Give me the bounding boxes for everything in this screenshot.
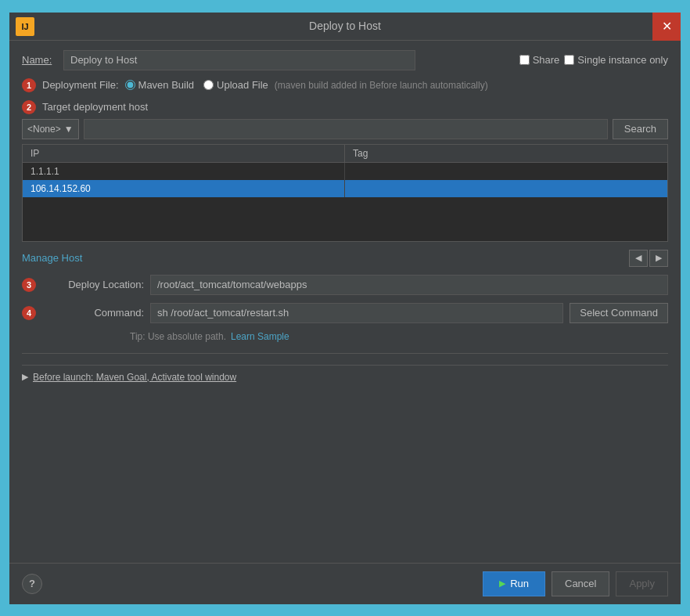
deploy-location-row: 3 Deploy Location: [22, 275, 668, 295]
nav-next-button[interactable]: ▶ [649, 250, 668, 267]
tip-row: Tip: Use absolute path. Learn Sample [22, 331, 668, 342]
dialog-content: Name: Share Single instance only 1 Deplo… [9, 41, 681, 563]
cancel-button[interactable]: Cancel [552, 571, 609, 596]
ip-cell-1: 1.1.1.1 [23, 163, 345, 180]
tag-cell-1 [345, 163, 667, 180]
ip-column-header: IP [23, 145, 345, 162]
deploy-to-host-dialog: IJ Deploy to Host ✕ Name: Share Single i… [8, 11, 682, 606]
step3-badge: 3 [22, 278, 36, 292]
deployment-file-label: Deployment File: [42, 79, 119, 91]
footer: ? ▶ Run Cancel Apply [9, 563, 681, 604]
tip-text: Tip: Use absolute path. [130, 331, 226, 342]
expand-arrow-icon: ▶ [22, 372, 28, 382]
table-header: IP Tag [23, 145, 667, 163]
step2-badge: 2 [22, 100, 36, 114]
single-instance-checkbox[interactable] [564, 55, 574, 65]
search-button[interactable]: Search [613, 119, 668, 139]
maven-build-radio[interactable] [125, 80, 135, 90]
nav-prev-button[interactable]: ◀ [629, 250, 648, 267]
before-launch-row[interactable]: ▶ Before launch: Maven Goal, Activate to… [22, 365, 668, 389]
before-launch-prefix: Before launch: [33, 372, 93, 383]
host-search-row: <None> ▼ Search [22, 119, 668, 139]
upload-file-radio-label[interactable]: Upload File [203, 79, 268, 91]
share-checkbox[interactable] [519, 55, 530, 65]
select-command-button[interactable]: Select Command [570, 303, 668, 323]
table-row[interactable]: 1.1.1.1 [23, 163, 667, 180]
tag-column-header: Tag [345, 145, 667, 162]
command-label: Command: [42, 307, 144, 319]
before-launch-detail: Maven Goal, Activate tool window [93, 372, 236, 383]
maven-build-label: Maven Build [138, 79, 195, 91]
host-table: IP Tag 1.1.1.1 106.14.152.60 [22, 144, 668, 242]
single-instance-checkbox-label[interactable]: Single instance only [564, 54, 668, 66]
name-input[interactable] [63, 50, 415, 70]
deployment-type-radio-group: Maven Build Upload File [125, 79, 268, 91]
host-search-input[interactable] [84, 119, 608, 139]
help-button[interactable]: ? [22, 574, 42, 594]
maven-build-radio-label[interactable]: Maven Build [125, 79, 195, 91]
name-label: Name: [22, 54, 57, 66]
intellij-icon: IJ [16, 17, 34, 36]
nav-buttons: ◀ ▶ [629, 250, 668, 267]
name-row: Name: Share Single instance only [22, 50, 668, 70]
tag-cell-2 [345, 180, 667, 197]
learn-sample-link[interactable]: Learn Sample [231, 331, 289, 342]
step4-badge: 4 [22, 306, 36, 320]
run-label: Run [510, 578, 529, 589]
target-host-section: 2 Target deployment host <None> ▼ Search… [22, 100, 668, 267]
before-launch-text: Before launch: Maven Goal, Activate tool… [33, 372, 236, 383]
manage-row: Manage Host ◀ ▶ [22, 250, 668, 267]
command-input[interactable] [150, 303, 563, 323]
manage-host-link[interactable]: Manage Host [22, 252, 82, 264]
share-checkbox-label[interactable]: Share [519, 54, 560, 66]
deployment-hint: (maven build added in Before launch auto… [275, 80, 488, 91]
run-button[interactable]: ▶ Run [483, 571, 545, 596]
dropdown-value: <None> [27, 124, 61, 135]
apply-button[interactable]: Apply [616, 571, 668, 596]
close-button[interactable]: ✕ [652, 13, 681, 41]
target-host-label: Target deployment host [42, 101, 148, 113]
upload-file-label: Upload File [217, 79, 268, 91]
deploy-location-input[interactable] [150, 275, 668, 295]
deploy-location-label: Deploy Location: [42, 279, 144, 290]
target-host-header: 2 Target deployment host [22, 100, 668, 114]
footer-actions: ▶ Run Cancel Apply [483, 571, 668, 596]
divider [22, 353, 668, 354]
run-icon: ▶ [499, 578, 505, 589]
share-label: Share [533, 54, 560, 66]
table-body: 1.1.1.1 106.14.152.60 [23, 163, 667, 241]
dialog-title: Deploy to Host [309, 20, 381, 32]
deployment-file-row: 1 Deployment File: Maven Build Upload Fi… [22, 78, 668, 92]
title-bar: IJ Deploy to Host ✕ [9, 13, 681, 41]
dropdown-arrow-icon: ▼ [64, 124, 74, 135]
table-row[interactable]: 106.14.152.60 [23, 180, 667, 197]
upload-file-radio[interactable] [203, 80, 214, 90]
checkboxes-group: Share Single instance only [519, 54, 668, 66]
single-instance-label: Single instance only [577, 54, 668, 66]
step1-badge: 1 [22, 78, 36, 92]
command-row: 4 Command: Select Command [22, 303, 668, 323]
none-dropdown[interactable]: <None> ▼ [22, 119, 79, 139]
ip-cell-2: 106.14.152.60 [23, 180, 345, 197]
